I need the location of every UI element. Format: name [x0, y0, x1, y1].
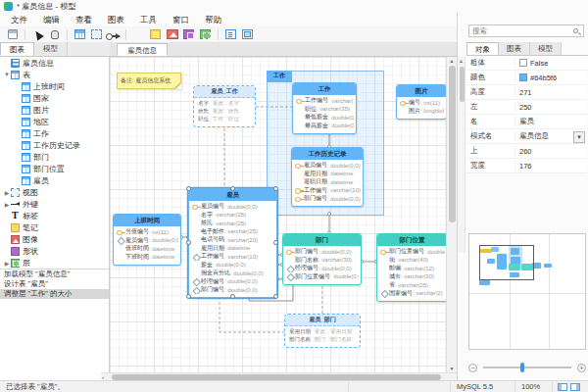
property-value[interactable]: False	[515, 59, 587, 68]
tree-item-17[interactable]: ▶层	[0, 257, 109, 269]
canvas-table-1[interactable]: 图片编号 : int(11)图片 : longblob	[396, 84, 446, 120]
menu-item-4[interactable]: 工具	[132, 13, 165, 26]
properties-tab-0[interactable]: 对象	[466, 42, 499, 55]
tree-expanded-icon[interactable]: ▼	[3, 72, 11, 77]
tree-item-10[interactable]: 雇员	[0, 174, 109, 186]
tree-item-15[interactable]: 图像	[0, 233, 109, 245]
zoom-out-button[interactable]: −	[468, 364, 477, 372]
tree-item-1[interactable]: ▼表	[0, 69, 109, 80]
tree-item-5[interactable]: 地区	[0, 116, 109, 127]
canvas-table-2[interactable]: 工作历史记录雇员编号 : double(0,0)雇用日期 : datetime退…	[291, 147, 364, 207]
search-input[interactable]	[469, 26, 573, 35]
canvas-view-1[interactable]: 雇员_部门雇用日期`雇员`.`雇用日期`部门名称`部门`.`部门名称`	[284, 314, 361, 348]
property-value[interactable]: #64b5f6	[515, 74, 587, 82]
selection-handle[interactable]	[273, 186, 278, 191]
scroll-up-icon[interactable]: ▲	[447, 58, 457, 64]
properties-tab-2[interactable]: 模型	[530, 42, 562, 55]
tree-item-6[interactable]: 工作	[0, 127, 109, 139]
view-tool-button[interactable]	[89, 27, 104, 41]
history-item-1[interactable]: 设计表 "雇员"	[0, 279, 109, 289]
note-tool-button[interactable]	[148, 27, 163, 41]
save-tool-button[interactable]	[5, 27, 20, 41]
shape-tool-button[interactable]	[181, 27, 196, 41]
property-value[interactable]: 176	[515, 162, 587, 171]
canvas-table-5[interactable]: 部门部门编号 : double(0,0)部门名称 : varchar(30)经理…	[282, 233, 362, 285]
tree-item-0[interactable]: 雇员信息	[0, 57, 109, 69]
panel-scroll-thumb[interactable]	[460, 67, 465, 102]
zoom-slider-handle[interactable]	[520, 363, 524, 372]
tree-item-2[interactable]: 上班时间	[0, 80, 109, 92]
relation-tool-button[interactable]	[106, 27, 121, 41]
tree-collapsed-icon[interactable]: ▶	[3, 201, 11, 208]
tree-item-14[interactable]: 笔记	[0, 221, 109, 233]
selection-handle[interactable]	[273, 240, 278, 245]
dropdown-icon[interactable]: ▼	[573, 131, 585, 143]
history-item-2[interactable]: 调整层 "工作" 的大小	[0, 289, 109, 299]
tree-item-13[interactable]: 标签	[0, 210, 109, 221]
selection-handle[interactable]	[230, 294, 235, 299]
vscroll-thumb[interactable]	[449, 66, 456, 222]
label-tool-button[interactable]	[131, 27, 146, 41]
tree-item-3[interactable]: 国家	[0, 92, 109, 104]
properties-tab-1[interactable]: 图表	[499, 42, 530, 55]
search-icon[interactable]	[573, 28, 578, 33]
property-value[interactable]: 雇员	[515, 117, 587, 126]
diagram-canvas[interactable]: 工作备注: 雇员信息系统工作工作编号 : varchar(10)职位 : var…	[110, 57, 446, 372]
table-icon	[74, 29, 85, 39]
color-swatch[interactable]	[519, 74, 527, 81]
sidebar-tab-0[interactable]: 图表	[0, 42, 34, 56]
selection-handle[interactable]	[273, 294, 278, 299]
cursor-tool-button[interactable]	[30, 27, 45, 41]
minimap[interactable]	[468, 233, 586, 350]
hand-tool-button[interactable]	[47, 27, 62, 41]
property-value[interactable]: 250	[515, 103, 587, 112]
canvas-table-0[interactable]: 工作工作编号 : varchar(10)职位 : varchar(35)最低薪金…	[292, 82, 357, 134]
menu-item-0[interactable]: 文件	[3, 13, 35, 26]
selection-handle[interactable]	[186, 240, 191, 245]
selection-handle[interactable]	[186, 186, 191, 191]
canvas-table-3[interactable]: 雇员雇员编号 : double(0,0)名字 : varchar(25)姓氏 :…	[188, 188, 277, 298]
canvas-table-4[interactable]: 上班时间当值编号 : int(11)雇员编号 : double(0,0)值班时间…	[113, 214, 181, 266]
panel-scrollbar[interactable]: ▲	[458, 57, 466, 253]
scroll-down-icon[interactable]: ▼	[447, 366, 457, 371]
vertical-scrollbar[interactable]: ▲ ▼	[446, 57, 457, 372]
layer-tool-button[interactable]	[198, 27, 213, 41]
panel-scroll-up-icon[interactable]: ▲	[458, 58, 465, 64]
note[interactable]: 备注: 雇员信息系统	[117, 73, 181, 89]
zoom-slider-track[interactable]	[483, 367, 571, 368]
tree-item-11[interactable]: ▶视图	[0, 186, 109, 198]
tree-item-8[interactable]: 部门	[0, 151, 109, 163]
toggle-left-panel-icon[interactable]	[558, 383, 567, 391]
menu-item-5[interactable]: 窗口	[165, 13, 197, 26]
menu-item-1[interactable]: 编辑	[35, 13, 68, 26]
table-tool-button[interactable]	[73, 27, 87, 41]
tree-item-16[interactable]: 形状	[0, 245, 109, 257]
history-item-0[interactable]: 加载模型 "雇员信息"	[0, 270, 109, 279]
document-tab-0[interactable]: 雇员信息	[117, 43, 168, 56]
minimap-viewport[interactable]	[479, 245, 534, 280]
image-tool-button[interactable]	[165, 27, 179, 41]
tree-item-9[interactable]: 部门位置	[0, 163, 109, 174]
resize-tool-button[interactable]	[240, 27, 255, 41]
tree-collapsed-icon[interactable]: ▶	[3, 189, 11, 196]
property-value[interactable]: 260	[515, 147, 587, 156]
tree-collapsed-icon[interactable]: ▶	[3, 260, 11, 267]
menu-item-2[interactable]: 查看	[68, 13, 100, 26]
zoom-in-button[interactable]: +	[577, 364, 586, 372]
tree-item-4[interactable]: 图片	[0, 104, 109, 116]
field-type: : varchar(35)	[317, 106, 350, 112]
sidebar-tab-1[interactable]: 模型	[34, 42, 68, 56]
tree-item-12[interactable]: ▶外键	[0, 198, 109, 210]
selection-handle[interactable]	[186, 294, 191, 299]
canvas-view-0[interactable]: 雇员_工作名字`雇员`.`名字`姓氏`雇员`.`姓氏`职位`工作`.`职位`	[193, 85, 256, 127]
canvas-table-6[interactable]: 部门位置部门位置编号 : double(0,0)街 : varchar(40)邮…	[376, 233, 446, 302]
selection-handle[interactable]	[230, 186, 235, 191]
checkbox-icon[interactable]	[519, 59, 527, 67]
toggle-right-panel-icon[interactable]	[570, 383, 580, 391]
align-tool-button[interactable]	[223, 27, 238, 41]
tree-item-7[interactable]: 工作历史记录	[0, 139, 109, 151]
property-value[interactable]: 271	[515, 88, 587, 97]
menu-item-3[interactable]: 图表	[100, 13, 132, 26]
horizontal-scrollbar[interactable]: ‹	[101, 372, 457, 380]
menu-item-6[interactable]: 帮助	[197, 13, 229, 26]
